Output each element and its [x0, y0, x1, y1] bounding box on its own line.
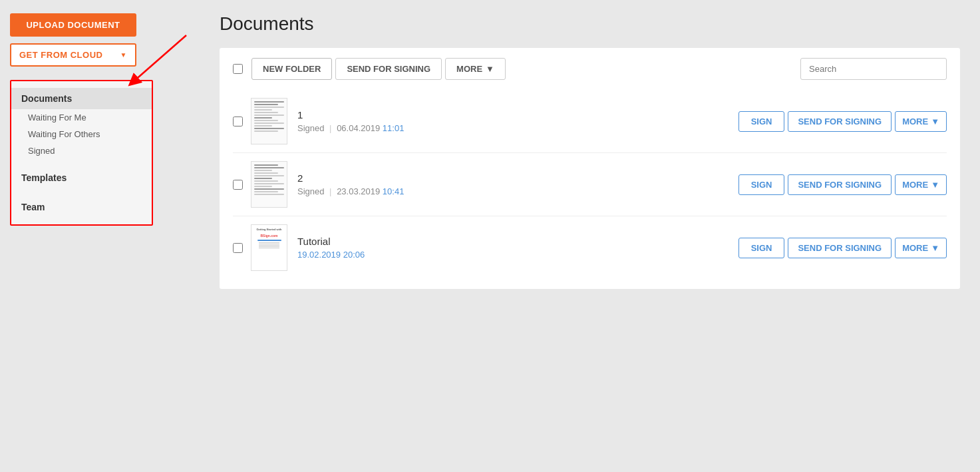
- doc-info-3: Tutorial 19.02.2019 20:06: [297, 236, 738, 260]
- doc-info-1: 1 Signed | 06.04.2019 11:01: [297, 109, 738, 133]
- more-button-3[interactable]: MORE ▼: [895, 238, 947, 258]
- doc-actions-1: SIGN SEND FOR SIGNING MORE ▼: [738, 111, 947, 132]
- doc-checkbox-3[interactable]: [233, 243, 243, 253]
- more-label-2: MORE: [902, 180, 928, 190]
- doc-name-1: 1: [297, 109, 738, 120]
- sign-button-2[interactable]: SIGN: [738, 174, 785, 195]
- chevron-down-icon: ▼: [120, 51, 127, 59]
- more-toolbar-button[interactable]: MORE ▼: [445, 58, 506, 80]
- get-from-cloud-label: GET FROM CLOUD: [19, 50, 102, 60]
- more-chevron-icon-2: ▼: [931, 180, 939, 190]
- doc-actions-3: SIGN SEND FOR SIGNING MORE ▼: [738, 238, 947, 258]
- navigation-box: Documents Waiting For Me Waiting For Oth…: [10, 80, 153, 226]
- more-button-2[interactable]: MORE ▼: [895, 174, 947, 195]
- select-all-checkbox[interactable]: [233, 64, 243, 74]
- sidebar: UPLOAD DOCUMENT GET FROM CLOUD ▼ Documen…: [0, 0, 200, 472]
- page-title: Documents: [220, 13, 960, 35]
- search-box: [800, 58, 947, 80]
- doc-name-3: Tutorial: [297, 236, 738, 247]
- more-label-1: MORE: [902, 117, 928, 126]
- send-for-signing-toolbar-button[interactable]: SEND FOR SIGNING: [335, 58, 442, 80]
- doc-status-2: Signed: [297, 186, 324, 196]
- sign-button-1[interactable]: SIGN: [738, 111, 785, 132]
- doc-checkbox-2[interactable]: [233, 180, 243, 190]
- documents-panel: NEW FOLDER SEND FOR SIGNING MORE ▼: [220, 48, 960, 289]
- more-chevron-icon: ▼: [486, 64, 494, 74]
- sidebar-item-signed[interactable]: Signed: [11, 142, 152, 159]
- doc-meta-3: 19.02.2019 20:06: [297, 250, 738, 260]
- sidebar-item-templates[interactable]: Templates: [11, 167, 152, 188]
- svg-line-0: [133, 35, 186, 82]
- send-for-signing-button-2[interactable]: SEND FOR SIGNING: [788, 174, 892, 195]
- more-chevron-icon-3: ▼: [931, 243, 939, 253]
- upload-document-button[interactable]: UPLOAD DOCUMENT: [10, 13, 136, 37]
- new-folder-button[interactable]: NEW FOLDER: [251, 58, 332, 80]
- doc-time-1: 11:01: [383, 123, 405, 133]
- table-row: Getting Started with BSign.com Tutorial …: [233, 216, 947, 279]
- doc-date-2: 23.03.2019: [337, 186, 380, 196]
- sign-button-3[interactable]: SIGN: [738, 238, 785, 258]
- doc-thumbnail-2: [251, 161, 287, 208]
- doc-thumbnail-3: Getting Started with BSign.com: [251, 224, 287, 271]
- send-for-signing-button-3[interactable]: SEND FOR SIGNING: [788, 238, 892, 258]
- sidebar-item-documents[interactable]: Documents: [11, 88, 152, 109]
- doc-actions-2: SIGN SEND FOR SIGNING MORE ▼: [738, 174, 947, 195]
- doc-status-1: Signed: [297, 123, 324, 133]
- get-from-cloud-button[interactable]: GET FROM CLOUD ▼: [10, 43, 136, 67]
- table-row: 1 Signed | 06.04.2019 11:01 SIGN SEND FO…: [233, 90, 947, 153]
- sidebar-item-waiting-for-others[interactable]: Waiting For Others: [11, 126, 152, 142]
- main-content: Documents NEW FOLDER SEND FOR SIGNING MO…: [200, 0, 980, 472]
- search-input[interactable]: [800, 58, 947, 80]
- toolbar: NEW FOLDER SEND FOR SIGNING MORE ▼: [233, 58, 947, 80]
- doc-meta-2: Signed | 23.03.2019 10:41: [297, 186, 738, 196]
- doc-meta-1: Signed | 06.04.2019 11:01: [297, 123, 738, 133]
- sidebar-item-team[interactable]: Team: [11, 196, 152, 218]
- doc-date-1: 06.04.2019: [337, 123, 380, 133]
- doc-info-2: 2 Signed | 23.03.2019 10:41: [297, 172, 738, 196]
- more-chevron-icon-1: ▼: [931, 117, 939, 126]
- doc-checkbox-1[interactable]: [233, 117, 243, 126]
- table-row: 2 Signed | 23.03.2019 10:41 SIGN SEND FO…: [233, 153, 947, 216]
- doc-thumbnail-1: [251, 98, 287, 144]
- send-for-signing-button-1[interactable]: SEND FOR SIGNING: [788, 111, 892, 132]
- more-toolbar-label: MORE: [456, 64, 482, 74]
- more-button-1[interactable]: MORE ▼: [895, 111, 947, 132]
- more-label-3: MORE: [902, 243, 928, 253]
- doc-time-2: 10:41: [383, 186, 405, 196]
- sidebar-item-waiting-for-me[interactable]: Waiting For Me: [11, 109, 152, 126]
- doc-name-2: 2: [297, 172, 738, 184]
- doc-date-3: 19.02.2019 20:06: [297, 250, 365, 260]
